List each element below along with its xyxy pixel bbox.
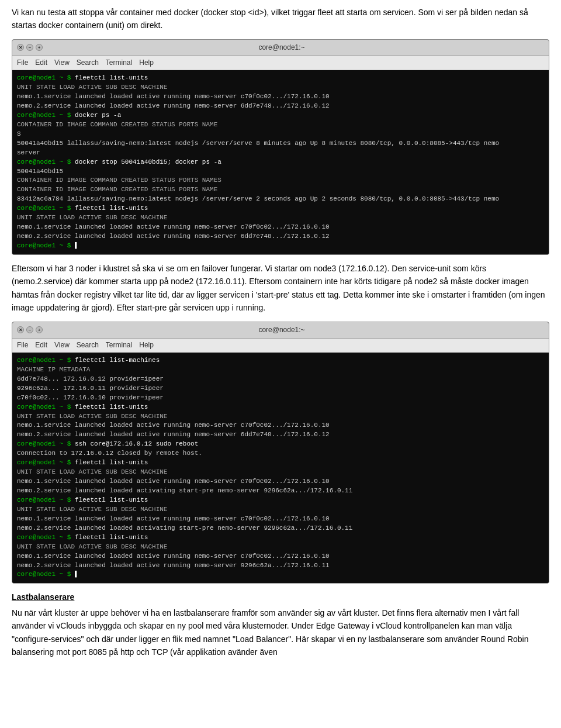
section-heading-lastbalanserare: Lastbalanserare xyxy=(12,591,549,603)
t1-line-6: CONTAINER ID IMAGE COMMAND CREATED STATU… xyxy=(17,120,544,130)
terminal-menubar-1: File Edit View Search Terminal Help xyxy=(12,56,549,70)
t2-line-14: nemo.1.service launched loaded active ru… xyxy=(17,477,544,487)
minimize-btn-2[interactable]: − xyxy=(26,326,33,333)
terminal-titlebar-2: ✕ − + core@node1:~ xyxy=(12,322,549,339)
t1-line-12: CONTAINER ID IMAGE COMMAND CREATED STATU… xyxy=(17,176,544,185)
menu-view-2[interactable]: View xyxy=(54,340,70,351)
maximize-btn-2[interactable]: + xyxy=(36,326,43,333)
menu-file-1[interactable]: File xyxy=(17,57,28,68)
t2-line-20: core@node1 ~ $ fleetctl list-units xyxy=(17,533,544,543)
t2-line-17: UNIT STATE LOAD ACTIVE SUB DESC MACHINE xyxy=(17,505,544,515)
menu-help-2[interactable]: Help xyxy=(139,340,154,351)
t2-line-12: core@node1 ~ $ fleetctl list-units xyxy=(17,458,544,468)
t1-line-13: CONTAINER ID IMAGE COMMAND CREATED STATU… xyxy=(17,185,544,195)
menu-terminal-1[interactable]: Terminal xyxy=(106,57,132,68)
bottom-paragraph: Nu när vårt kluster är uppe behöver vi h… xyxy=(12,606,549,659)
menu-terminal-2[interactable]: Terminal xyxy=(106,340,132,351)
terminal-titlebar-1: ✕ − + core@node1:~ xyxy=(12,40,549,56)
t1-line-4: nemo.2.service launched loaded active ru… xyxy=(17,102,544,111)
t2-line-13: UNIT STATE LOAD ACTIVE SUB DESC MACHINE xyxy=(17,468,544,477)
t2-line-5: c70f0c02... 172.16.0.10 provider=ipeer xyxy=(17,394,544,403)
close-btn-2[interactable]: ✕ xyxy=(17,326,24,333)
window-buttons-2: ✕ − + xyxy=(17,326,43,333)
terminal-body-1: core@node1 ~ $ fleetctl list-units UNIT … xyxy=(12,70,549,254)
t2-line-19: nemo.2.service launched loaded activatin… xyxy=(17,524,544,533)
t1-line-9: server xyxy=(17,149,544,158)
t1-line-14: 83412ac6a784 lallassu/saving-nemo:latest… xyxy=(17,195,544,204)
page-content: Vi kan nu testa att stoppa vår container… xyxy=(0,0,561,669)
t1-line-5: core@node1 ~ $ docker ps -a xyxy=(17,111,544,120)
terminal-title-2: core@node1:~ xyxy=(43,325,521,336)
t2-line-21: UNIT STATE LOAD ACTIVE SUB DESC MACHINE xyxy=(17,543,544,552)
menu-help-1[interactable]: Help xyxy=(139,57,154,68)
menu-file-2[interactable]: File xyxy=(17,340,28,351)
terminal-menubar-2: File Edit View Search Terminal Help xyxy=(12,339,549,353)
t2-line-23: nemo.2.service launched loaded active ru… xyxy=(17,561,544,571)
t1-line-3: nemo.1.service launched loaded active ru… xyxy=(17,92,544,102)
menu-edit-2[interactable]: Edit xyxy=(35,340,47,351)
t1-line-16: UNIT STATE LOAD ACTIVE SUB DESC MACHINE xyxy=(17,213,544,223)
terminal-body-2: core@node1 ~ $ fleetctl list-machines MA… xyxy=(12,353,549,584)
t1-line-1: core@node1 ~ $ fleetctl list-units xyxy=(17,74,544,83)
intro-paragraph: Vi kan nu testa att stoppa vår container… xyxy=(12,6,549,32)
t1-line-10: core@node1 ~ $ docker stop 50041a40bd15;… xyxy=(17,158,544,167)
t2-line-1: core@node1 ~ $ fleetctl list-machines xyxy=(17,356,544,365)
t2-line-11: Connection to 172.16.0.12 closed by remo… xyxy=(17,449,544,458)
minimize-btn-1[interactable]: − xyxy=(26,44,33,51)
terminal-title-1: core@node1:~ xyxy=(43,42,521,53)
t2-line-10: core@node1 ~ $ ssh core@172.16.0.12 sudo… xyxy=(17,440,544,449)
close-btn-1[interactable]: ✕ xyxy=(17,44,24,51)
t2-line-15: nemo.2.service launched loaded activatin… xyxy=(17,487,544,496)
t2-line-4: 9296c62a... 172.16.0.11 provider=ipeer xyxy=(17,384,544,394)
t1-line-15: core@node1 ~ $ fleetctl list-units xyxy=(17,204,544,213)
t2-line-16: core@node1 ~ $ fleetctl list-units xyxy=(17,496,544,505)
t2-line-7: UNIT STATE LOAD ACTIVE SUB DESC MACHINE xyxy=(17,412,544,422)
t2-line-18: nemo.1.service launched loaded active ru… xyxy=(17,515,544,524)
t1-line-2: UNIT STATE LOAD ACTIVE SUB DESC MACHINE xyxy=(17,83,544,92)
t1-line-7: S xyxy=(17,130,544,139)
menu-edit-1[interactable]: Edit xyxy=(35,57,47,68)
terminal-window-2: ✕ − + core@node1:~ File Edit View Search… xyxy=(12,322,549,584)
t2-line-22: nemo.1.service launched loaded active ru… xyxy=(17,552,544,561)
t2-line-9: nemo.2.service launched loaded active ru… xyxy=(17,430,544,440)
mid-paragraph: Eftersom vi har 3 noder i klustret så sk… xyxy=(12,262,549,315)
window-buttons-1: ✕ − + xyxy=(17,44,43,51)
t1-line-19: core@node1 ~ $ ▌ xyxy=(17,241,544,251)
t2-line-2: MACHINE IP METADATA xyxy=(17,365,544,375)
terminal-window-1: ✕ − + core@node1:~ File Edit View Search… xyxy=(12,39,549,255)
t1-line-17: nemo.1.service launched loaded active ru… xyxy=(17,223,544,232)
menu-view-1[interactable]: View xyxy=(54,57,70,68)
t1-line-8: 50041a40bd15 lallassu/saving-nemo:latest… xyxy=(17,139,544,149)
t2-line-3: 6dd7e748... 172.16.0.12 provider=ipeer xyxy=(17,375,544,384)
t2-line-6: core@node1 ~ $ fleetctl list-units xyxy=(17,403,544,412)
t1-line-18: nemo.2.service launched loaded active ru… xyxy=(17,232,544,241)
maximize-btn-1[interactable]: + xyxy=(36,44,43,51)
t2-line-24: core@node1 ~ $ ▌ xyxy=(17,570,544,579)
t1-line-11: 50041a40bd15 xyxy=(17,167,544,177)
menu-search-1[interactable]: Search xyxy=(77,57,99,68)
t2-line-8: nemo.1.service launched loaded active ru… xyxy=(17,421,544,430)
menu-search-2[interactable]: Search xyxy=(77,340,99,351)
